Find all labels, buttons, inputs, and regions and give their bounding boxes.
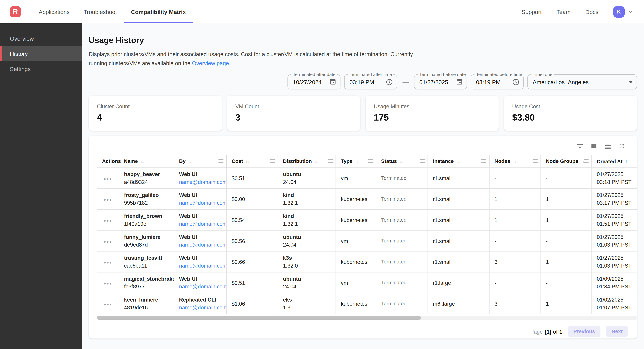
cell-created-at: 01/09/2025 01:34 PM PST [592,272,637,293]
terminated-before-time-field[interactable]: Terminated before time 03:19 PM [471,74,524,89]
calendar-icon[interactable] [329,78,336,85]
columns-icon[interactable] [590,142,598,150]
column-header-by[interactable]: By↑↓ [174,155,227,167]
column-header-cost[interactable]: Cost↑↓ [226,155,278,167]
column-header-type[interactable]: Type↑↓ [336,155,376,167]
nav-link-support[interactable]: Support [522,8,542,15]
row-actions-button[interactable]: ●●● [104,302,112,306]
nav-link-team[interactable]: Team [556,8,570,15]
column-menu-icon[interactable] [481,159,486,163]
clock-icon[interactable] [386,78,393,85]
density-icon[interactable] [604,142,612,150]
top-nav: R Applications Troubleshoot Compatibilit… [0,0,644,23]
replicated-logo[interactable]: R [10,6,21,17]
cell-cost: $0.66 [226,251,278,272]
column-label: Nodes [494,158,510,164]
sort-icon[interactable]: ↑↓ [314,159,318,164]
type-value: vm [341,280,348,286]
column-menu-icon[interactable] [218,159,224,163]
terminated-after-date-field[interactable]: Terminated after date 10/27/2024 [288,74,340,89]
dropdown-caret-icon[interactable] [629,81,633,83]
nav-link-docs[interactable]: Docs [586,8,598,15]
cost-value: $0.66 [232,259,245,265]
column-menu-icon[interactable] [368,159,373,163]
row-actions-button[interactable]: ●●● [104,177,112,181]
distribution-version: 24.04 [283,178,334,186]
column-menu-icon[interactable] [270,159,275,163]
sidebar-item-settings[interactable]: Settings [0,61,82,76]
cell-distribution: ubuntu 24.04 [278,230,336,251]
row-actions-button[interactable]: ●●● [104,219,112,223]
clock-icon[interactable] [512,78,520,85]
created-by-email-link[interactable]: name@domain.com [179,284,227,290]
sort-icon[interactable]: ↑↓ [140,159,144,164]
column-header-name[interactable]: Name↑↓ [119,155,174,167]
cell-cost: $0.00 [226,189,278,210]
avatar[interactable]: K [613,6,625,17]
sort-icon[interactable]: ↑↓ [246,159,249,164]
overview-page-link[interactable]: Overview page [192,60,229,66]
row-actions-button[interactable]: ●●● [104,239,112,244]
column-menu-icon[interactable] [420,159,425,163]
sort-icon[interactable]: ↑↓ [513,159,516,164]
account-menu[interactable]: K [613,6,634,17]
column-menu-icon[interactable] [328,159,333,163]
created-by-email-link[interactable]: name@domain.com [179,179,227,185]
terminated-after-time-field[interactable]: Terminated after time 03:19 PM [344,74,397,89]
secondary-nav: Support Team Docs K [522,0,644,23]
created-by-email-link[interactable]: name@domain.com [179,305,227,311]
created-by-email-link[interactable]: name@domain.com [179,221,227,227]
sidebar-item-history[interactable]: History [0,46,82,61]
stat-card-vm-count: VM Count 3 [227,96,360,131]
column-header-status[interactable]: Status↑↓ [376,155,428,167]
column-header-instance[interactable]: Instance↑↓ [428,155,489,167]
nav-item-applications[interactable]: Applications [32,0,76,23]
created-by-source: Web UI [179,212,225,220]
nav-item-compatibility-matrix[interactable]: Compatibility Matrix [124,0,193,23]
sort-icon[interactable]: ↑↓ [399,159,402,164]
column-header-created-at[interactable]: Created At↓ [592,155,637,167]
next-page-button[interactable]: Next [606,326,628,337]
column-header-nodes[interactable]: Nodes↑↓ [489,155,540,167]
distribution-name: ubuntu [283,233,334,241]
row-actions-button[interactable]: ●●● [104,260,112,265]
column-menu-icon[interactable] [584,159,588,163]
created-by-email-link[interactable]: name@domain.com [179,242,227,248]
cluster-name: funny_lumiere [124,233,172,241]
terminated-before-date-field[interactable]: Terminated before date 01/27/2025 [414,74,467,89]
created-by-email-link[interactable]: name@domain.com [179,200,227,206]
cell-instance: r1.small [428,168,489,189]
row-actions-button[interactable]: ●●● [104,198,112,202]
filter-icon[interactable] [576,142,584,150]
cell-type: vm [336,272,376,293]
sort-icon[interactable]: ↑↓ [456,159,460,164]
column-header-node-groups[interactable]: Node Groups↑↓ [541,155,592,167]
sort-desc-icon[interactable]: ↓ [625,158,628,164]
nav-item-troubleshoot[interactable]: Troubleshoot [76,0,124,23]
row-actions-button[interactable]: ●●● [104,281,112,285]
cell-node-groups: 1 [541,251,592,272]
chevron-down-icon[interactable] [628,9,634,15]
pagination: Page[1] of 1 Previous Next [89,320,637,337]
cell-nodes: 1 [489,210,540,231]
sidebar-item-overview[interactable]: Overview [0,31,82,46]
cell-type: kubernetes [336,189,376,210]
column-menu-icon[interactable] [533,159,538,163]
cell-nodes: 1 [489,189,540,210]
created-time: 01:34 PM PST [597,283,636,291]
page-description: Displays prior clusters/VMs and their as… [89,50,417,68]
created-date: 01/27/2025 [597,233,636,241]
previous-page-button[interactable]: Previous [568,326,600,337]
cell-distribution: k3s 1.32.0 [278,251,336,272]
cluster-name: frosty_galileo [124,191,172,199]
calendar-icon[interactable] [456,78,463,85]
cell-node-groups: - [541,272,592,293]
created-by-email-link[interactable]: name@domain.com [179,263,227,269]
fullscreen-icon[interactable] [618,142,626,150]
cell-name: funny_lumiere de9ed87d [119,230,174,251]
horizontal-scrollbar-thumb[interactable] [97,316,421,320]
timezone-select[interactable]: Timezone America/Los_Angeles [528,74,637,89]
sort-icon[interactable]: ↑↓ [188,159,192,164]
sort-icon[interactable]: ↑↓ [355,159,358,164]
column-header-distribution[interactable]: Distribution↑↓ [278,155,336,167]
